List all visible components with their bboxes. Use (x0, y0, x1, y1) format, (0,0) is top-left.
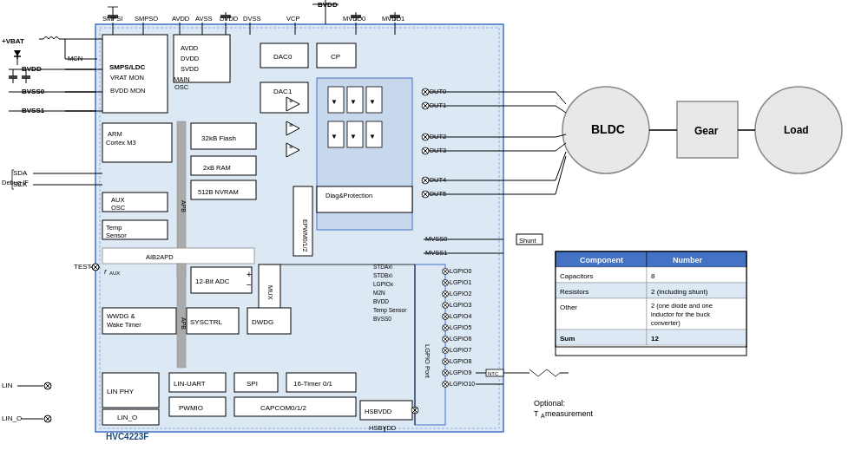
svg-text:≡: ≡ (289, 144, 293, 150)
number-header: Number (673, 256, 703, 264)
avdd-block-label: AVDD (181, 44, 199, 52)
ram-label: 2xB RAM (203, 164, 231, 172)
lgpio6-label: LGPIO6 (450, 336, 471, 342)
optional-label: Optional: (534, 399, 565, 408)
other-num1: 2 (one diode and one (651, 302, 713, 310)
gear-label: Gear (694, 125, 719, 137)
res-num: 2 (including shunt) (651, 288, 708, 296)
epwm-label: EPWM0/1/2 (302, 219, 308, 251)
avss-label: AVSS (195, 15, 212, 23)
aux-osc2-label: OSC (111, 204, 126, 212)
test-label: TEST (74, 263, 92, 271)
lgpio8-label: LGPIO8 (450, 358, 471, 364)
lgpio0-label: LGPIO0 (450, 268, 471, 274)
svg-text:≡: ≡ (289, 98, 293, 104)
temp-sensor2-label: Sensor (106, 232, 127, 239)
adc-minus: − (247, 280, 252, 290)
svg-text:▼: ▼ (331, 133, 338, 140)
hsbvdd-label: HSBVDD (365, 408, 392, 415)
temp-sensor-label: Temp (106, 224, 122, 232)
nvram-label: 512B NVRAM (198, 188, 239, 196)
component-header: Component (580, 256, 623, 264)
diagram-container: BVDD SMPSI SMPSO AVDD AVSS DVDD DVSS VCP… (0, 0, 868, 457)
vrat-mon-label: VRAT MON (110, 74, 144, 82)
sda-label: SDA (13, 169, 28, 177)
lgpiox-label: LGPIOx (373, 281, 394, 287)
lin-o-label: LIN_O (117, 414, 137, 421)
svg-text:▼: ▼ (350, 133, 357, 140)
lin-o-left-label: LIN_O (2, 415, 22, 422)
svg-rect-65 (177, 264, 186, 368)
vcp-label: VCP (286, 15, 299, 23)
wake-label: Wake Timer (107, 321, 141, 329)
bvdd-mon-label: BVDD MON (110, 87, 145, 95)
cap-num: 8 (651, 272, 655, 280)
aib2apd-label: AIB2APD (146, 253, 174, 261)
adc-label: 12-Bit ADC (195, 277, 230, 285)
dvdd-block-label: DVDD (181, 55, 200, 62)
dac0-label: DAC0 (273, 53, 293, 61)
svg-rect-188 (647, 330, 746, 345)
arm-label: ARM (108, 130, 122, 138)
sum-label: Sum (560, 335, 575, 343)
lin-label: LIN (2, 382, 13, 389)
main-osc-label2: OSC (174, 83, 189, 91)
faux-sub: AUX (109, 271, 120, 276)
apb-label: APB (181, 200, 187, 212)
cortex-label: Cortex M3 (106, 139, 136, 147)
svg-text:▼: ▼ (369, 98, 376, 106)
ta-meas-label: measurement (545, 409, 594, 418)
apb2-label: APB (181, 317, 187, 330)
sysctrl-label: SYSCTRL (190, 318, 222, 326)
debug-if-label: Debug IF (2, 179, 29, 186)
hvc-label: HVC4223F (106, 432, 148, 441)
main-osc-label: MAIN (174, 75, 190, 83)
avdd-top-label: AVDD (172, 15, 190, 23)
load-label: Load (784, 124, 809, 136)
lin-phy-label: LIN PHY (107, 388, 135, 395)
spi-label: SPI (247, 380, 258, 388)
adc-plus: + (247, 270, 252, 279)
lgpio7-label: LGPIO7 (450, 347, 471, 353)
m2n-label: M2N (373, 290, 385, 296)
sum-num: 12 (651, 335, 659, 343)
dac1-label: DAC1 (273, 88, 293, 95)
other-label: Other (560, 304, 577, 311)
cap-label: Capacitors (560, 272, 593, 280)
svg-text:▼: ▼ (369, 133, 376, 140)
smps-ldc-label: SMPS/LDC (109, 63, 146, 71)
lgpio2-label: LGPIO2 (450, 291, 471, 297)
lgpio3-label: LGPIO3 (450, 302, 471, 308)
res-label: Resistors (560, 288, 589, 296)
dwdg-label: DWDG (252, 318, 273, 326)
mux-label: MUX (266, 285, 274, 300)
lgpio10-label: LGPIO10 (450, 381, 475, 387)
smpso-label: SMPSO (135, 15, 158, 23)
shunt-label: Shunt (519, 237, 537, 245)
cp-label: CP (331, 53, 340, 61)
dvss-label: DVSS (243, 15, 260, 23)
svg-text:▼: ▼ (350, 98, 357, 106)
bldc-label: BLDC (591, 122, 625, 136)
wwdg-label: WWDG & (107, 312, 135, 320)
svg-rect-64 (102, 248, 254, 264)
svg-text:≡: ≡ (289, 122, 293, 128)
other-num3: converter) (651, 319, 681, 327)
lgpio1-label: LGPIO1 (450, 279, 471, 285)
lin-uart-label: LIN-UART (174, 380, 206, 388)
stdb-label: STDBx\ (373, 272, 393, 278)
lgpio-port-label: LGPIO Port (424, 344, 431, 379)
vbat-label: +VBAT (2, 37, 24, 45)
lgpio4-label: LGPIO4 (450, 313, 471, 319)
flash-label: 32kB Flash (201, 134, 236, 142)
lgpio5-label: LGPIO5 (450, 324, 471, 330)
aux-osc-label: AUX (111, 196, 124, 204)
pwmio-label: PWMIO (179, 404, 203, 412)
temp-sensor3-label: Temp Sensor (373, 307, 407, 314)
timer-label: 16-Timer 0/1 (293, 380, 333, 388)
hsbydd-label: HSBYDD (369, 424, 397, 432)
other-num2: inductor for the buck (651, 310, 710, 318)
lgpio9-label: LGPIO9 (450, 369, 471, 375)
svg-rect-182 (647, 267, 746, 283)
bvss2-label: BVSS0 (373, 316, 391, 322)
